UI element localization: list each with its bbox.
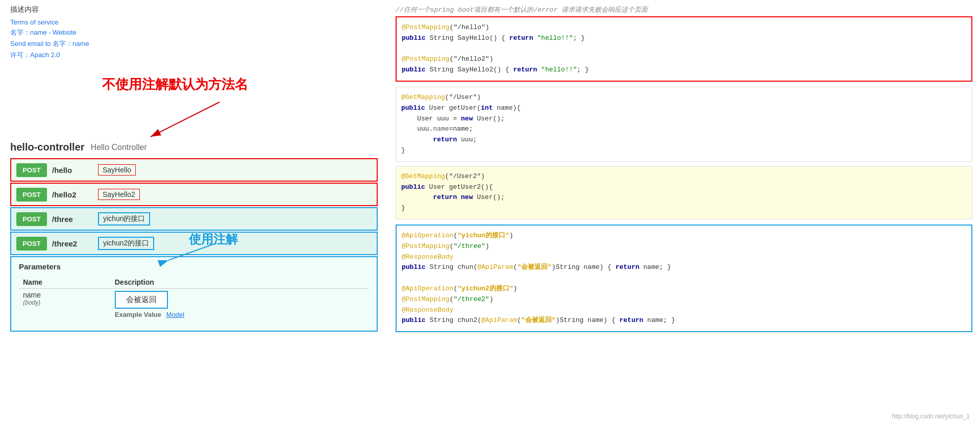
example-value-row: Example Value Model: [115, 311, 365, 318]
path-three2: /three2: [52, 239, 93, 248]
left-panel: 描述内容 Terms of service 名字：name - Website …: [0, 0, 388, 424]
param-desc-cell: 会被返回 Example Value Model: [111, 289, 369, 321]
path-hello2: /hello2: [52, 190, 93, 199]
endpoint-row-hello2[interactable]: POST /hello2 SayHello2: [10, 183, 378, 206]
model-label[interactable]: Model: [166, 311, 184, 318]
terms-of-service-link[interactable]: Terms of service: [10, 18, 378, 26]
code-line: @PostMapping("/three"): [402, 241, 966, 252]
code-line: public User getUser(int name){: [401, 103, 967, 114]
endpoint-row-hello[interactable]: POST /hello SayHello: [10, 158, 378, 182]
controller-desc: Hello Controller: [91, 143, 147, 152]
code-line: User uuu = new User();: [401, 114, 967, 124]
code-line: [402, 273, 966, 284]
param-value-button[interactable]: 会被返回: [115, 291, 168, 309]
code-line: @ResponseBody: [402, 252, 966, 263]
code-comment: //任何一个spring boot项目都有一个默认的/error 请求请求失败会…: [396, 5, 972, 14]
annotation-red: 不使用注解默认为方法名: [102, 76, 248, 93]
code-block-yellow: @GetMapping("/User2") public User getUse…: [396, 166, 972, 219]
summary-three: yichun的接口: [98, 212, 150, 226]
url-bar: http://blog.csdn.net/yichun_1: [892, 413, 970, 420]
name-website-link[interactable]: 名字：name - Website: [10, 28, 378, 37]
code-line: public String SayHello() { return "hello…: [402, 33, 966, 44]
param-table: Name Description name (body) 会被返回: [19, 276, 369, 320]
path-hello: /hello: [52, 166, 93, 174]
col-description: Description: [111, 276, 369, 289]
code-line: return new User();: [401, 192, 967, 203]
code-line: public String SayHello2() { return "hell…: [402, 65, 966, 76]
send-email-link[interactable]: Send email to 名字：name: [10, 39, 378, 48]
controller-name: hello-controller: [10, 141, 85, 153]
code-block-red: @PostMapping("/hello") public String Say…: [396, 16, 972, 82]
code-block-blue: @ApiOperation("yichun的接口") @PostMapping(…: [396, 225, 972, 332]
code-line: @ResponseBody: [402, 305, 966, 316]
license-link[interactable]: 许可：Apach 2.0: [10, 51, 378, 60]
code-line: @GetMapping("/User2"): [401, 171, 967, 182]
code-line: @PostMapping("/hello"): [402, 22, 966, 33]
code-line: }: [401, 145, 967, 156]
col-name: Name: [19, 276, 111, 289]
parameters-title: Parameters: [19, 262, 369, 271]
endpoint-row-three[interactable]: POST /three yichun的接口: [10, 207, 378, 231]
code-line: @GetMapping("/User"): [401, 92, 967, 103]
method-badge-three2: POST: [16, 237, 47, 251]
code-line: }: [401, 203, 967, 214]
method-badge-hello: POST: [16, 163, 47, 177]
code-line: uuu.name=name;: [401, 124, 967, 135]
code-line: @ApiOperation("yichun的接口"): [402, 231, 966, 241]
controller-header: hello-controller Hello Controller: [10, 141, 378, 153]
code-line: @ApiOperation("yichun2的接口"): [402, 284, 966, 294]
code-line: [402, 44, 966, 55]
describe-title: 描述内容: [10, 5, 378, 14]
code-block-normal: @GetMapping("/User") public User getUser…: [396, 87, 972, 162]
table-row: name (body) 会被返回 Example Value Model: [19, 289, 369, 321]
method-badge-three: POST: [16, 212, 47, 226]
code-line: public String chun2(@ApiParam("会被返回")Str…: [402, 315, 966, 326]
path-three: /three: [52, 215, 93, 223]
code-line: @PostMapping("/three2"): [402, 294, 966, 305]
code-line: public User getUser2(){: [401, 182, 967, 193]
code-line: @PostMapping("/hello2"): [402, 54, 966, 65]
param-name: name: [23, 291, 107, 299]
summary-hello2: SayHello2: [98, 189, 140, 200]
example-label: Example Value: [115, 311, 161, 318]
param-name-cell: name (body): [19, 289, 111, 321]
summary-hello: SayHello: [98, 164, 136, 176]
param-type: (body): [23, 299, 107, 306]
right-panel: //任何一个spring boot项目都有一个默认的/error 请求请求失败会…: [388, 0, 980, 424]
code-line: public String chun(@ApiParam("会被返回")Stri…: [402, 262, 966, 273]
annotation-blue: 使用注解: [189, 231, 238, 247]
summary-three2: yichun2的接口: [98, 237, 154, 250]
method-badge-hello2: POST: [16, 188, 47, 202]
code-line: return uuu;: [401, 135, 967, 145]
parameters-section: Parameters Name Description name (body): [10, 256, 378, 332]
